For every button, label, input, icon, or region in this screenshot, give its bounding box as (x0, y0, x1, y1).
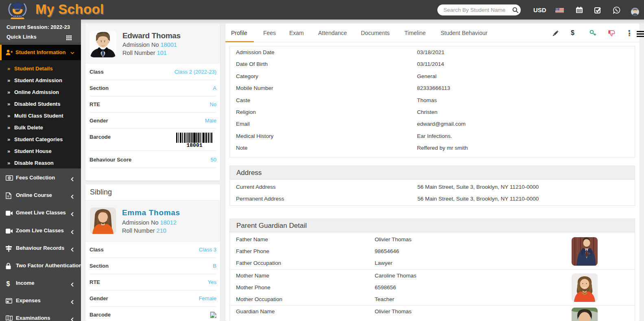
svg-text:18001: 18001 (186, 142, 202, 147)
svg-text:$: $ (7, 280, 10, 287)
